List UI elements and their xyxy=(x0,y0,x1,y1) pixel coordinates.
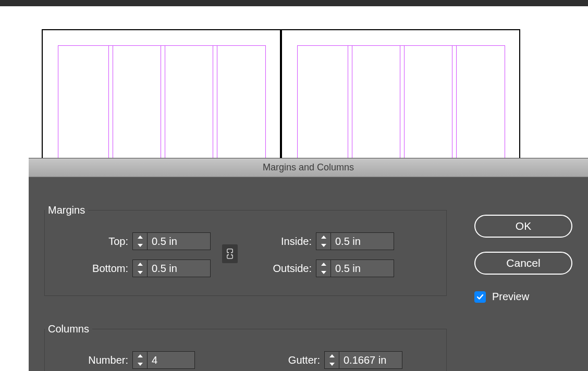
margin-bottom-label: Bottom: xyxy=(64,263,128,275)
dialog-title: Margins and Columns xyxy=(263,162,354,173)
document-canvas xyxy=(0,6,588,158)
spinner-down-icon[interactable] xyxy=(316,241,330,250)
margin-outside-spinner[interactable] xyxy=(316,259,394,277)
margin-inside-label: Inside: xyxy=(253,236,312,248)
spinner-down-icon[interactable] xyxy=(325,360,339,368)
preview-checkbox[interactable] xyxy=(474,291,486,303)
columns-legend: Columns xyxy=(45,323,92,335)
columns-number-spinner[interactable] xyxy=(132,351,195,369)
columns-number-label: Number: xyxy=(60,354,128,366)
app-chrome-top xyxy=(0,0,588,6)
margin-outside-row: Outside: xyxy=(243,258,394,279)
spinner-buttons[interactable] xyxy=(316,260,331,277)
preview-label: Preview xyxy=(492,291,529,303)
margin-top-input[interactable] xyxy=(148,233,210,250)
link-icon xyxy=(226,248,234,259)
checkmark-icon xyxy=(476,293,484,301)
spinner-up-icon[interactable] xyxy=(316,260,330,268)
columns-gutter-label: Gutter: xyxy=(266,354,320,366)
margin-inside-input[interactable] xyxy=(331,233,394,250)
margin-top-label: Top: xyxy=(76,236,128,248)
margin-inside-spinner[interactable] xyxy=(316,232,394,250)
columns-gutter-input[interactable] xyxy=(339,352,402,368)
spinner-buttons[interactable] xyxy=(133,260,148,277)
preview-checkbox-row[interactable]: Preview xyxy=(474,291,529,303)
spinner-down-icon[interactable] xyxy=(133,241,147,250)
spinner-up-icon[interactable] xyxy=(325,352,339,360)
spinner-up-icon[interactable] xyxy=(133,352,147,360)
columns-gutter-row: Gutter: xyxy=(266,350,402,370)
spinner-up-icon[interactable] xyxy=(133,260,147,268)
margins-group: Margins Top: Bottom: xyxy=(44,204,447,296)
spinner-buttons[interactable] xyxy=(316,233,331,250)
ok-button[interactable]: OK xyxy=(474,215,572,238)
document-spread xyxy=(42,29,523,158)
columns-gutter-spinner[interactable] xyxy=(324,351,402,369)
margin-outside-label: Outside: xyxy=(243,263,312,275)
cancel-button[interactable]: Cancel xyxy=(474,252,572,275)
dialog-titlebar[interactable]: Margins and Columns xyxy=(29,158,588,177)
spinner-buttons[interactable] xyxy=(325,352,339,368)
link-margins-toggle[interactable] xyxy=(222,244,238,263)
margin-outside-input[interactable] xyxy=(331,260,394,277)
spinner-down-icon[interactable] xyxy=(133,360,147,368)
columns-group: Columns Number: Gutter: xyxy=(44,323,447,371)
margin-inside-row: Inside: xyxy=(253,231,394,252)
margin-bottom-row: Bottom: xyxy=(64,258,211,279)
spinner-up-icon[interactable] xyxy=(133,233,147,241)
margin-bottom-input[interactable] xyxy=(148,260,210,277)
margins-columns-dialog: Margins and Columns Margins Top: Bottom: xyxy=(29,158,588,371)
margin-bottom-spinner[interactable] xyxy=(132,259,211,277)
spinner-up-icon[interactable] xyxy=(316,233,330,241)
columns-number-row: Number: xyxy=(60,350,195,370)
margins-legend: Margins xyxy=(45,204,88,216)
columns-number-input[interactable] xyxy=(148,352,194,368)
spinner-buttons[interactable] xyxy=(133,352,148,368)
spinner-buttons[interactable] xyxy=(133,233,148,250)
margin-top-spinner[interactable] xyxy=(132,232,211,250)
margin-top-row: Top: xyxy=(76,231,211,252)
spinner-down-icon[interactable] xyxy=(133,268,147,277)
spinner-down-icon[interactable] xyxy=(316,268,330,277)
